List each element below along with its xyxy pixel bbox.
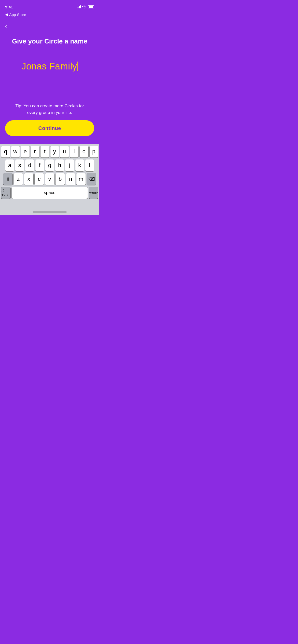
key-b[interactable]: b	[56, 173, 65, 185]
key-a[interactable]: a	[5, 159, 14, 171]
key-space-label: space	[44, 190, 55, 195]
page-title: Give your Circle a name	[2, 37, 98, 46]
key-p[interactable]: p	[90, 146, 98, 157]
key-z[interactable]: z	[14, 173, 23, 185]
key-q[interactable]: q	[1, 146, 10, 157]
key-return-label: return	[88, 191, 98, 195]
key-symbols-label: .?123	[1, 188, 10, 197]
continue-button-label: Continue	[38, 125, 61, 131]
status-icons	[77, 5, 94, 8]
text-cursor	[77, 62, 78, 71]
signal-icon	[77, 5, 81, 8]
key-d[interactable]: d	[25, 159, 34, 171]
key-g[interactable]: g	[45, 159, 54, 171]
key-w[interactable]: w	[11, 146, 20, 157]
key-h[interactable]: h	[55, 159, 64, 171]
circle-name-value: Jonas Family	[21, 61, 77, 72]
key-s[interactable]: s	[15, 159, 24, 171]
key-j[interactable]: j	[65, 159, 74, 171]
home-indicator	[0, 210, 99, 215]
key-o[interactable]: o	[80, 146, 88, 157]
key-t[interactable]: t	[40, 146, 49, 157]
status-bar: 9:41	[0, 0, 99, 11]
main-content: ‹ Give your Circle a name Jonas Family T…	[0, 19, 99, 144]
key-m[interactable]: m	[76, 173, 86, 185]
key-return[interactable]: return	[89, 187, 98, 199]
wifi-icon	[82, 5, 86, 8]
key-l[interactable]: l	[85, 159, 94, 171]
key-e[interactable]: e	[21, 146, 30, 157]
continue-button[interactable]: Continue	[5, 120, 94, 136]
keyboard: q w e r t y u i o p a s d f g h j k l ⇧ …	[0, 144, 99, 210]
tip-text: Tip: You can create more Circles for eve…	[0, 103, 99, 116]
appstore-back-arrow: ◀	[5, 12, 8, 17]
key-shift[interactable]: ⇧	[3, 173, 12, 185]
key-n[interactable]: n	[66, 173, 75, 185]
keyboard-row-1: q w e r t y u i o p	[1, 146, 99, 157]
key-symbols[interactable]: .?123	[1, 187, 10, 199]
key-f[interactable]: f	[35, 159, 44, 171]
keyboard-bottom-row: .?123 space return	[1, 187, 99, 199]
back-button[interactable]: ‹	[5, 23, 7, 30]
key-c[interactable]: c	[35, 173, 44, 185]
key-delete[interactable]: ⌫	[87, 173, 96, 185]
keyboard-row-2: a s d f g h j k l	[1, 159, 99, 171]
key-x[interactable]: x	[24, 173, 33, 185]
key-r[interactable]: r	[31, 146, 39, 157]
keyboard-row-3: ⇧ z x c v b n m ⌫	[1, 173, 99, 185]
battery-icon	[88, 5, 94, 8]
circle-name-input[interactable]: Jonas Family	[21, 61, 78, 72]
key-k[interactable]: k	[75, 159, 84, 171]
appstore-label: App Store	[9, 12, 26, 17]
key-space[interactable]: space	[12, 187, 88, 199]
key-y[interactable]: y	[50, 146, 59, 157]
key-i[interactable]: i	[70, 146, 79, 157]
appstore-nav[interactable]: ◀ App Store	[0, 11, 99, 19]
key-u[interactable]: u	[60, 146, 69, 157]
home-bar	[33, 211, 67, 213]
key-v[interactable]: v	[45, 173, 54, 185]
status-time: 9:41	[5, 5, 13, 9]
